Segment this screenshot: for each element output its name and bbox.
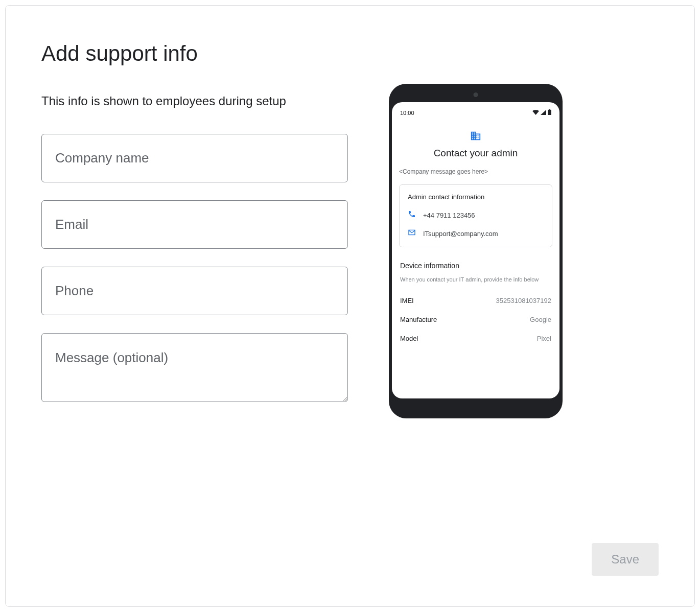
email-contact-row: ITsupport@company.com [408, 228, 544, 239]
preview-contact-title: Contact your admin [399, 148, 552, 159]
device-info-subtitle: When you contact your IT admin, provide … [400, 276, 551, 284]
imei-value: 352531081037192 [496, 297, 551, 304]
admin-card-title: Admin contact information [408, 193, 544, 201]
preview-phone-number: +44 7911 123456 [423, 211, 475, 219]
manufacture-value: Google [530, 316, 551, 323]
svg-rect-0 [548, 110, 551, 115]
admin-contact-card: Admin contact information +44 7911 12345… [399, 184, 552, 247]
support-form [41, 134, 348, 402]
model-row: Model Pixel [400, 335, 551, 342]
phone-icon [408, 210, 416, 220]
manufacture-label: Manufacture [400, 316, 437, 323]
preview-company-message: <Company message goes here> [399, 168, 552, 175]
phone-time: 10:00 [400, 110, 414, 116]
phone-camera-icon [474, 92, 478, 97]
signal-icon [541, 110, 546, 116]
svg-rect-1 [549, 109, 550, 110]
email-icon [408, 228, 416, 239]
phone-preview: 10:00 [389, 84, 563, 418]
company-name-input[interactable] [41, 134, 348, 182]
imei-row: IMEI 352531081037192 [400, 297, 551, 304]
model-value: Pixel [537, 335, 551, 342]
phone-status-bar: 10:00 [399, 109, 552, 123]
email-input[interactable] [41, 200, 348, 249]
wifi-icon [532, 110, 539, 116]
page-subtitle: This info is shown to employees during s… [41, 94, 348, 108]
page-title: Add support info [41, 41, 659, 66]
model-label: Model [400, 335, 418, 342]
building-icon [399, 130, 552, 142]
imei-label: IMEI [400, 297, 414, 304]
device-info-section: Device information When you contact your… [399, 262, 552, 342]
save-button[interactable]: Save [592, 543, 659, 576]
preview-email: ITsupport@company.com [423, 230, 498, 238]
message-input[interactable] [41, 333, 348, 402]
manufacture-row: Manufacture Google [400, 316, 551, 323]
support-info-panel: Add support info This info is shown to e… [5, 5, 695, 607]
device-info-title: Device information [400, 262, 551, 270]
phone-input[interactable] [41, 267, 348, 315]
phone-contact-row: +44 7911 123456 [408, 210, 544, 220]
battery-icon [548, 109, 551, 116]
phone-screen: 10:00 [392, 102, 559, 398]
